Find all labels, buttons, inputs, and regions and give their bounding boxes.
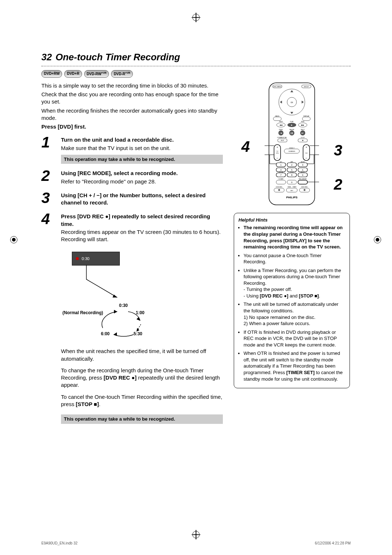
svg-text:COMMERCIAL: COMMERCIAL — [277, 137, 287, 138]
svg-text:DISPLAY: DISPLAY — [303, 115, 310, 117]
svg-text:REC MODE: REC MODE — [299, 178, 307, 180]
svg-text:FFW: FFW — [301, 121, 305, 122]
badge-dvd-plus-r: DVD+R — [64, 70, 82, 78]
intro-line-1: This is a simple way to set the recordin… — [41, 82, 223, 89]
page-footer: E9A90UD_EN.indb 32 6/12/2006 4:21:28 PM — [41, 541, 351, 546]
press-dvd-first: Press [DVD] first. — [41, 123, 223, 130]
svg-text:REPEAT: REPEAT — [278, 171, 284, 173]
page-title-row: 32 One-touch Timer Recording — [41, 51, 351, 64]
step-1-body: Make sure that the TV input is set on th… — [61, 145, 223, 152]
svg-text:AUDIO: AUDIO — [301, 171, 305, 173]
svg-text:❚❚: ❚❚ — [290, 132, 293, 134]
hint-1: The remaining recording time will appear… — [244, 224, 345, 250]
step-3: 3 Using [CH + / −] or the Number buttons… — [41, 191, 223, 207]
svg-text:CLEAR: CLEAR — [278, 178, 283, 180]
remote-brand: PHILIPS — [286, 196, 298, 199]
svg-marker-4 — [136, 328, 139, 332]
step-4: 4 Press [DVD REC ●] repeatedly to select… — [41, 212, 223, 424]
osd-display: 0:30 — [72, 252, 120, 266]
crop-mark-top — [192, 14, 200, 21]
arrow-osd-to-cycle — [83, 265, 126, 305]
step-1-note: This operation may take a while to be re… — [61, 155, 223, 164]
cycle-arrows — [101, 306, 152, 339]
hints-title: Helpful Hints — [238, 217, 345, 223]
step-number: 2 — [41, 169, 56, 186]
svg-marker-1 — [114, 310, 117, 313]
right-column: 4 3 2 OK DISC MENU — [234, 82, 350, 429]
record-dot-icon — [76, 257, 79, 260]
svg-text:HDMI: HDMI — [288, 186, 291, 188]
remote-illustration: 4 3 2 OK DISC MENU — [265, 82, 319, 206]
svg-text:NEXT: NEXT — [301, 129, 305, 130]
svg-text:PREV: PREV — [279, 129, 283, 130]
step-2-head: Using [REC MODE], select a recording mod… — [61, 170, 223, 177]
intro-line-2: Check that the disc you are recording on… — [41, 91, 223, 106]
badge-dvd-minus-rw: DVD-RW+VR — [84, 70, 109, 78]
step-4-head: Press [DVD REC ●] repeatedly to select d… — [61, 213, 223, 228]
step-4-body: Recording times appear on the TV screen … — [61, 228, 223, 243]
svg-text:DVD REC: DVD REC — [301, 186, 308, 188]
page-number: 32 — [41, 51, 52, 64]
svg-text:◀◀: ◀◀ — [279, 124, 282, 126]
callout-3: 3 — [334, 140, 342, 161]
osd-time: 0:30 — [82, 256, 89, 262]
helpful-hints-box: Helpful Hints The remaining recording ti… — [234, 213, 350, 388]
followup-1: When the unit reaches the specified time… — [61, 348, 223, 362]
step-1: 1 Turn on the unit and load a recordable… — [41, 135, 223, 164]
recording-time-diagram: 0:30 0:30 (Normal Recording) 1:00 6:00 — [61, 248, 177, 343]
svg-text:−: − — [306, 157, 307, 160]
badge-dvd-minus-r: DVD-R+VR — [111, 70, 132, 78]
svg-text:SETUP: SETUP — [304, 86, 309, 88]
hint-6: When OTR is finished and the power is tu… — [244, 350, 345, 382]
footer-filename: E9A90UD_EN.indb 32 — [41, 541, 78, 546]
hint-3: Unlike a Timer Recording, you can perfor… — [244, 267, 345, 299]
crop-mark-right — [374, 236, 382, 244]
followup-2: To change the recording length during th… — [61, 367, 223, 389]
svg-text:CH: CH — [305, 152, 307, 154]
step-number: 3 — [41, 191, 56, 207]
svg-text:−: − — [277, 157, 278, 160]
svg-text:REW: REW — [279, 121, 283, 122]
step-2: 2 Using [REC MODE], select a recording m… — [41, 169, 223, 186]
followup-note: This operation may take a while to be re… — [61, 414, 223, 424]
disc-type-badges: DVD+RW DVD+R DVD-RW+VR DVD-R+VR — [41, 70, 351, 78]
left-column: This is a simple way to set the recordin… — [41, 82, 223, 429]
svg-text:SLP: SLP — [280, 161, 282, 163]
steps-list: 1 Turn on the unit and load a recordable… — [41, 135, 223, 424]
step-number: 1 — [41, 135, 56, 164]
svg-text:SKIP: SKIP — [281, 139, 284, 141]
svg-text:DUBBING: DUBBING — [289, 150, 295, 152]
badge-dvd-plus-rw: DVD+RW — [41, 70, 62, 78]
remote-svg: OK DISC MENU SETUP BACK DISPLAY — [265, 82, 319, 206]
svg-text:BACK: BACK — [275, 115, 279, 117]
svg-text:▶|: ▶| — [302, 132, 303, 134]
svg-point-92 — [278, 189, 280, 191]
svg-text:■: ■ — [302, 139, 303, 141]
svg-text:DIRECT: DIRECT — [289, 147, 295, 149]
footer-timestamp: 6/12/2006 4:21:28 PM — [315, 541, 351, 546]
intro-line-3: When the recording finishes the recorder… — [41, 107, 223, 122]
hint-4: The unit will be turned off automaticall… — [244, 301, 345, 327]
svg-text:PLAY: PLAY — [290, 121, 294, 122]
page-content: 32 One-touch Timer Recording DVD+RW DVD+… — [41, 51, 351, 429]
svg-text:TITLE: TITLE — [290, 171, 294, 173]
intro-text: This is a simple way to set the recordin… — [41, 82, 223, 131]
crop-mark-left — [10, 236, 18, 244]
hint-5: If OTR is finished in DVD during playbac… — [244, 329, 345, 348]
svg-text:+: + — [277, 146, 278, 149]
followup-text: When the unit reaches the specified time… — [61, 348, 223, 424]
svg-text:TIMER: TIMER — [293, 186, 297, 188]
step-2-body: Refer to "Recording mode" on page 28. — [61, 178, 223, 185]
title-divider — [41, 66, 351, 66]
step-3-head: Using [CH + / −] or the Number buttons, … — [61, 192, 223, 207]
crop-mark-bottom — [192, 531, 200, 538]
followup-3: To cancel the One-touch Timer Recording … — [61, 393, 223, 408]
svg-text:ATR: ATR — [291, 161, 293, 163]
normal-recording-label: (Normal Recording) — [62, 310, 103, 316]
page-title: One-touch Timer Recording — [56, 51, 180, 64]
svg-text:PAUSE: PAUSE — [289, 129, 294, 130]
svg-text:▶▶: ▶▶ — [301, 124, 304, 126]
svg-text:OK: OK — [290, 101, 293, 104]
svg-marker-3 — [114, 332, 117, 336]
callout-4: 4 — [241, 137, 250, 157]
